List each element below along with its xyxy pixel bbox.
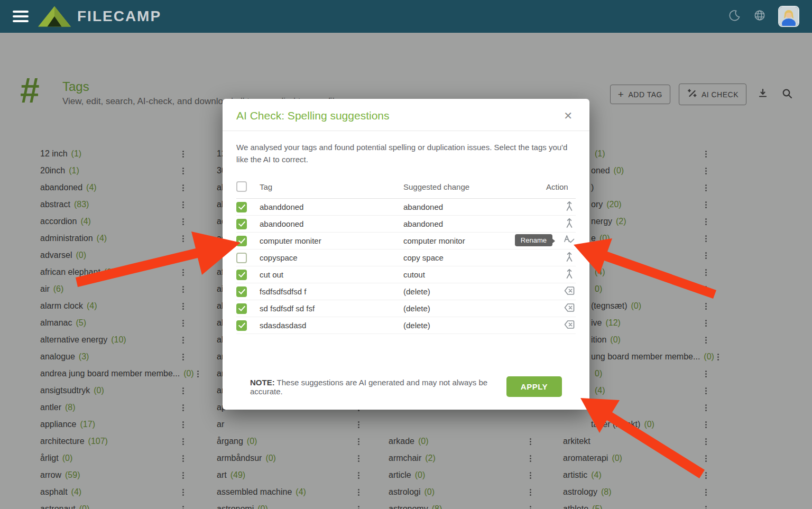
delete-backspace-icon[interactable] — [563, 284, 576, 297]
row-checkbox[interactable] — [236, 253, 247, 263]
suggestions-table: Tag Suggested change Action abanddoned a… — [236, 177, 576, 334]
dark-mode-moon-icon[interactable] — [727, 8, 741, 24]
rename-tooltip: Rename — [515, 234, 552, 246]
column-header-change: Suggested change — [403, 177, 546, 199]
select-all-checkbox[interactable] — [236, 181, 247, 192]
modal-intro: We analysed your tags and found potentia… — [236, 142, 576, 165]
ai-check-modal: AI Check: Spelling suggestions ✕ We anal… — [223, 99, 589, 410]
language-globe-icon[interactable] — [753, 8, 767, 24]
suggestion-row: computer moniter computer monitor Rename — [236, 233, 576, 249]
suggestion-row: sd fsdfsdf sd fsf (delete) — [236, 300, 576, 317]
row-checkbox[interactable] — [236, 270, 247, 280]
suggestion-row: abanddoned abandoned — [236, 199, 576, 216]
modal-title: AI Check: Spelling suggestions — [236, 109, 390, 122]
modal-note: NOTE: These suggestions are AI generated… — [250, 378, 506, 396]
suggestion-row: fsdfsdfsdfsd f (delete) — [236, 283, 576, 300]
row-checkbox[interactable] — [236, 202, 247, 212]
row-checkbox[interactable] — [236, 236, 247, 246]
close-icon[interactable]: ✕ — [560, 109, 576, 122]
column-header-action: Action — [546, 177, 576, 199]
app-header: FILECAMP — [0, 0, 812, 33]
suggestion-row: cut out cutout — [236, 266, 576, 283]
suggestion-row: copyspace copy space — [236, 249, 576, 266]
tent-logo-icon — [38, 6, 71, 27]
merge-icon[interactable] — [563, 217, 576, 229]
delete-backspace-icon[interactable] — [563, 318, 576, 331]
suggestion-row: sdasdasdasd (delete) — [236, 317, 576, 334]
column-header-tag: Tag — [260, 177, 403, 199]
apply-button[interactable]: APPLY — [506, 376, 562, 397]
brand-name: FILECAMP — [77, 8, 161, 25]
merge-icon[interactable] — [563, 200, 576, 212]
row-checkbox[interactable] — [236, 219, 247, 229]
merge-icon[interactable] — [563, 267, 576, 280]
delete-backspace-icon[interactable] — [563, 301, 576, 314]
user-avatar[interactable] — [778, 6, 799, 27]
spellcheck-rename-icon[interactable] — [563, 234, 576, 246]
row-checkbox[interactable] — [236, 303, 247, 314]
row-checkbox[interactable] — [236, 320, 247, 331]
suggestion-row: abandooned abandoned — [236, 216, 576, 233]
hamburger-menu-icon[interactable] — [13, 11, 29, 22]
filecamp-logo[interactable]: FILECAMP — [38, 6, 161, 27]
row-checkbox[interactable] — [236, 286, 247, 297]
merge-icon[interactable] — [563, 251, 576, 263]
